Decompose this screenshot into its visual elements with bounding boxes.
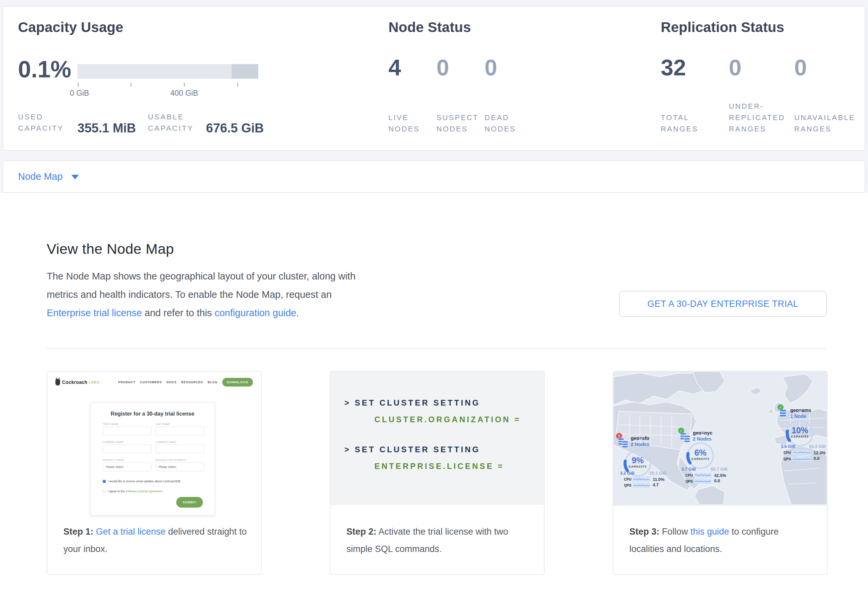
- site-nav-item-blog: BLOG: [208, 381, 218, 384]
- step-3-label: Step 3:: [629, 527, 660, 537]
- gauge-label: CAPACITY: [623, 465, 652, 468]
- locality-name: geo=sfo: [631, 436, 650, 441]
- cpu-label: CPU: [624, 478, 632, 481]
- locality-node-count: 2 Nodes: [631, 441, 650, 447]
- total-ranges-label: TOTAL RANGES: [661, 112, 725, 135]
- select-value: Please Select: [155, 463, 204, 471]
- chevron-down-icon: [71, 175, 79, 180]
- site-nav-item-customers: CUSTOMERS: [140, 381, 162, 384]
- live-nodes-value: 4: [388, 55, 437, 80]
- capacity-usage-panel: Capacity Usage 0.1% 0 GiB 400 GiB USED C…: [18, 7, 382, 150]
- capacity-axis-tick: [184, 83, 185, 87]
- unavailable-label: UNAVAILABLE RANGES: [794, 112, 858, 135]
- sla-link: Software License Agreement.: [125, 490, 163, 493]
- site-nav-item-docs: DOCS: [167, 381, 177, 384]
- suspect-nodes-value: 0: [437, 55, 484, 80]
- metric-unavailable-ranges: 0 UNAVAILABLE RANGES: [794, 55, 858, 150]
- configuration-guide-link[interactable]: configuration guide: [215, 308, 296, 318]
- sql-command-1: > SET CLUSTER SETTING CLUSTER.ORGANIZATI…: [344, 398, 544, 424]
- caption-text: [93, 527, 96, 537]
- field-label: LAST NAME: [155, 423, 204, 425]
- capacity-used-gib: 3.7 GiB: [682, 467, 696, 472]
- cluster-overview-page: Capacity Usage 0.1% 0 GiB 400 GiB USED C…: [0, 0, 868, 593]
- gauge-percent: 10%: [785, 425, 815, 435]
- locality-name: geo=ams: [790, 408, 811, 413]
- field-input: [103, 427, 152, 435]
- capacity-total-gib: 35.1 GiB: [650, 471, 666, 475]
- locality-node-count: 1 Node: [790, 413, 806, 419]
- capacity-axis-tick: [78, 83, 79, 87]
- step-card-2: > SET CLUSTER SETTING CLUSTER.ORGANIZATI…: [330, 371, 545, 575]
- select-value: Please Select: [103, 463, 152, 471]
- gauge-percent: 9%: [623, 456, 652, 465]
- capacity-bar-track: [77, 64, 258, 79]
- qps-value: 0.0: [714, 478, 720, 483]
- step-3-caption: Step 3: Follow this guide to configure l…: [629, 523, 815, 558]
- locality-name: geo=nyc: [693, 430, 713, 436]
- cpu-label: CPU: [685, 474, 693, 477]
- cpu-value: 11.0%: [653, 477, 664, 482]
- node-map-preview: 1 geo=sfo 2 Nodes 9% CAPACITY: [613, 372, 827, 506]
- brand-text: Cockroach: [62, 380, 87, 385]
- node-map-dropdown[interactable]: Node Map: [3, 160, 865, 193]
- usable-capacity-value: 676.5 GiB: [206, 121, 264, 135]
- used-capacity-value: 355.1 MiB: [77, 121, 136, 135]
- step-2-label: Step 2:: [346, 527, 376, 537]
- get-trial-license-link[interactable]: Get a trial license: [96, 527, 166, 537]
- qps-value: 0.0: [813, 456, 819, 461]
- download-button: DOWNLOAD: [222, 378, 253, 387]
- intro-text-part: The Node Map shows the geographical layo…: [47, 271, 356, 300]
- gauge-label: CAPACITY: [686, 457, 715, 461]
- intro-text: The Node Map shows the geographical layo…: [47, 267, 378, 322]
- sql-statement: > SET CLUSTER SETTING: [344, 445, 544, 454]
- capacity-bar: 0 GiB 400 GiB: [77, 64, 258, 79]
- replication-status-title: Replication Status: [661, 19, 784, 35]
- this-guide-link[interactable]: this guide: [691, 527, 729, 537]
- site-nav-item-product: PRODUCT: [118, 381, 135, 384]
- page-title: View the Node Map: [47, 241, 868, 257]
- dead-nodes-label: DEAD NODES: [484, 112, 530, 135]
- node-map-dropdown-label[interactable]: Node Map: [18, 171, 63, 182]
- sql-statement: > SET CLUSTER SETTING: [344, 398, 544, 408]
- submit-button: SUBMIT: [176, 497, 203, 508]
- total-ranges-value: 32: [661, 55, 729, 80]
- step-card-1: Cockroach LABS PRODUCT CUSTOMERS DOCS RE…: [47, 371, 262, 575]
- db-stack-icon: [618, 438, 629, 448]
- replication-metrics: 32 TOTAL RANGES 0 UNDER-REPLICATED RANGE…: [661, 55, 858, 150]
- enterprise-trial-button[interactable]: GET A 30-DAY ENTERPRISE TRIAL: [619, 291, 827, 317]
- metric-total-ranges: 32 TOTAL RANGES: [661, 55, 729, 150]
- under-replicated-value: 0: [729, 55, 794, 80]
- first-name-field: FIRST NAME: [103, 423, 152, 435]
- live-nodes-label: LIVE NODES: [388, 112, 434, 135]
- field-input: [155, 444, 204, 453]
- capacity-used-gib: 3.2 GiB: [620, 471, 635, 475]
- qps-sparkline: [792, 456, 811, 461]
- sql-command-2: > SET CLUSTER SETTING ENTERPRISE.LICENSE…: [344, 445, 544, 471]
- trial-site-links: PRODUCT CUSTOMERS DOCS RESOURCES BLOG DO…: [118, 378, 253, 387]
- gauge-percent: 6%: [686, 448, 715, 458]
- qps-label: QPS: [784, 457, 791, 461]
- intro-text-part: .: [296, 308, 299, 318]
- replication-status-panel: Replication Status 32 TOTAL RANGES 0 UND…: [661, 7, 859, 150]
- metric-under-replicated-ranges: 0 UNDER-REPLICATED RANGES: [729, 55, 794, 150]
- agree-label: I agree to the Software License Agreemen…: [108, 490, 163, 493]
- qps-sparkline: [694, 479, 712, 484]
- caption-text: Follow: [660, 527, 691, 537]
- field-input: [103, 444, 152, 453]
- cluster-summary-panel: Capacity Usage 0.1% 0 GiB 400 GiB USED C…: [3, 6, 865, 151]
- field-label: PROJECT PHASE: [103, 459, 152, 461]
- cockroach-logo-icon: [55, 379, 60, 386]
- field-label: COMPANY EMAIL: [155, 441, 204, 443]
- sql-setting-name: CLUSTER.ORGANIZATION =: [375, 415, 544, 424]
- trial-site-preview: Cockroach LABS PRODUCT CUSTOMERS DOCS RE…: [47, 372, 261, 519]
- section-divider: [47, 348, 826, 349]
- agree-checkbox-row: I agree to the Software License Agreemen…: [103, 490, 163, 493]
- capacity-axis-label-400: 400 GiB: [170, 89, 198, 98]
- trial-form: Register for a 30-day trial license FIRS…: [90, 402, 215, 516]
- optin-checkbox-row: I would like to receive email updates ab…: [103, 480, 181, 483]
- capacity-bar-other-segment: [232, 64, 258, 79]
- step-2-caption: Step 2: Activate the trial license with …: [346, 523, 532, 558]
- trial-site-nav: Cockroach LABS PRODUCT CUSTOMERS DOCS RE…: [55, 377, 253, 387]
- unavailable-value: 0: [794, 55, 858, 80]
- enterprise-trial-license-link[interactable]: Enterprise trial license: [47, 308, 142, 318]
